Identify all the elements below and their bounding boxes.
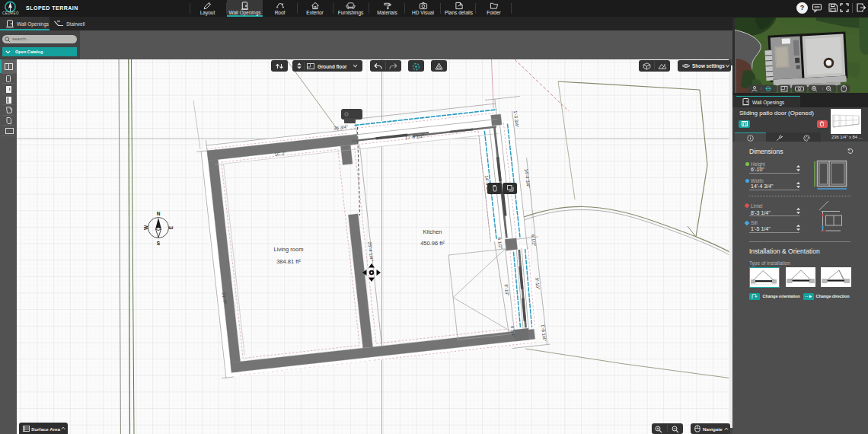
svg-text:450.96 ft²: 450.96 ft²	[420, 240, 445, 247]
svg-text:S: S	[157, 241, 161, 246]
svg-text:W: W	[143, 225, 148, 230]
svg-text:E: E	[168, 225, 174, 229]
svg-text:384.81 ft²: 384.81 ft²	[276, 258, 301, 265]
svg-text:Living room: Living room	[274, 246, 304, 253]
svg-text:N: N	[157, 211, 161, 216]
svg-text:Kitchen: Kitchen	[423, 228, 442, 235]
